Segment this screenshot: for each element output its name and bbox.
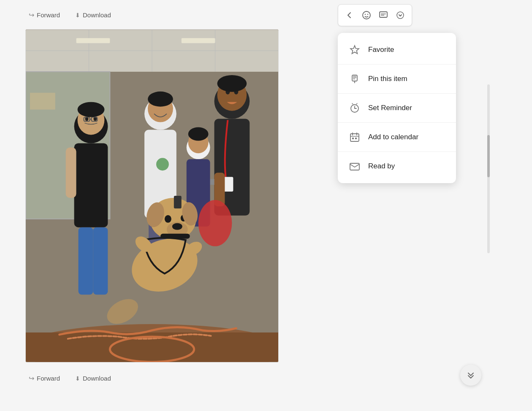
forward-button-bottom[interactable]: Forward (25, 373, 63, 384)
svg-rect-7 (182, 38, 215, 43)
pin-label: Pin this item (368, 75, 407, 83)
forward-label-bottom: Forward (37, 375, 60, 382)
divider-4 (338, 151, 456, 152)
svg-point-36 (217, 75, 247, 92)
main-container: Forward Download (0, 0, 532, 411)
scrollbar-thumb[interactable] (487, 135, 490, 177)
svg-point-46 (172, 223, 182, 230)
forward-icon-bottom (29, 374, 34, 382)
svg-point-47 (165, 215, 171, 223)
divider-1 (338, 64, 456, 65)
svg-rect-83 (350, 163, 359, 170)
divider-2 (338, 93, 456, 94)
svg-rect-81 (352, 138, 354, 139)
readby-label: Read by (368, 162, 395, 170)
scrollbar-track (487, 84, 490, 253)
download-label-bottom: Download (83, 375, 111, 382)
svg-rect-56 (174, 196, 182, 208)
bottom-action-bar: Forward Download (25, 367, 114, 390)
more-button[interactable] (392, 7, 408, 23)
clock-icon (348, 101, 361, 115)
readby-menu-item[interactable]: Read by (338, 153, 456, 180)
svg-point-61 (365, 14, 366, 15)
svg-point-66 (397, 12, 404, 19)
svg-rect-12 (74, 143, 108, 227)
svg-point-27 (156, 158, 169, 170)
svg-rect-6 (76, 38, 110, 43)
svg-rect-15 (66, 147, 76, 198)
photo-svg (26, 30, 278, 362)
forward-icon-top (29, 11, 34, 19)
forward-button-top[interactable]: Forward (25, 9, 63, 21)
comment-button[interactable] (375, 7, 391, 23)
calendar-label: Add to calendar (368, 133, 418, 141)
dropdown-menu: Favorite Pin this item (338, 33, 456, 183)
download-button-top[interactable]: Download (72, 10, 114, 20)
svg-line-76 (356, 103, 357, 104)
pin-icon (348, 72, 361, 86)
envelope-icon (348, 160, 361, 173)
download-icon-top (75, 11, 80, 19)
double-chevron-down-icon (466, 370, 475, 380)
back-button[interactable] (342, 7, 358, 23)
svg-rect-10 (30, 93, 55, 110)
content-area: Forward Download (25, 0, 329, 411)
svg-rect-13 (79, 227, 93, 295)
svg-point-55 (198, 200, 232, 246)
calendar-menu-item[interactable]: Add to calendar (338, 124, 456, 151)
svg-rect-14 (93, 227, 108, 295)
scroll-down-button[interactable] (460, 365, 481, 386)
reminder-label: Set Reminder (368, 104, 412, 112)
download-icon-bottom (75, 375, 80, 382)
message-image (25, 29, 279, 362)
emoji-button[interactable] (358, 7, 375, 23)
comment-icon (379, 11, 388, 20)
download-label-top: Download (83, 11, 111, 19)
forward-label-top: Forward (37, 11, 60, 19)
pin-menu-item[interactable]: Pin this item (338, 65, 456, 92)
svg-point-42 (188, 127, 209, 141)
svg-rect-77 (350, 134, 359, 141)
divider-3 (338, 122, 456, 123)
chevron-down-icon (396, 11, 404, 19)
download-button-bottom[interactable]: Download (72, 373, 114, 384)
favorite-label: Favorite (368, 46, 394, 54)
reminder-menu-item[interactable]: Set Reminder (338, 95, 456, 122)
top-action-bar: Forward Download (25, 4, 114, 26)
svg-rect-67 (352, 75, 357, 81)
emoji-icon (362, 11, 371, 20)
back-icon (345, 11, 354, 19)
calendar-icon (348, 130, 361, 144)
right-panel: Favorite Pin this item (329, 0, 490, 411)
star-icon (348, 43, 361, 57)
svg-point-22 (78, 102, 105, 117)
favorite-menu-item[interactable]: Favorite (338, 36, 456, 63)
svg-rect-63 (380, 12, 387, 17)
svg-rect-82 (355, 138, 357, 139)
message-toolbar (338, 4, 412, 26)
svg-line-75 (352, 103, 353, 104)
svg-point-60 (363, 11, 370, 19)
svg-point-29 (148, 92, 173, 107)
svg-point-62 (367, 14, 368, 15)
